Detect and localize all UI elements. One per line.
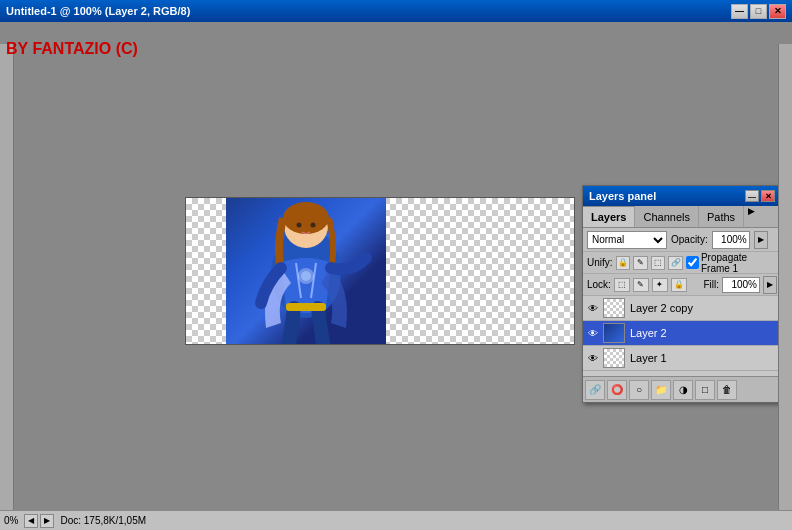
window-controls: — □ ✕ xyxy=(731,4,786,19)
fill-input[interactable] xyxy=(722,277,760,293)
panel-bottom-toolbar: 🔗 ⭕ ○ 📁 ◑ □ 🗑 xyxy=(583,376,781,402)
scroll-right-btn[interactable]: ▶ xyxy=(40,514,54,528)
unify-icon-4[interactable]: 🔗 xyxy=(668,256,683,270)
svg-rect-5 xyxy=(286,303,326,311)
layer-item-layer2copy[interactable]: 👁 Layer 2 copy xyxy=(583,296,781,321)
layer-thumb-layer2 xyxy=(603,323,625,343)
window-title: Untitled-1 @ 100% (Layer 2, RGB/8) xyxy=(6,5,190,17)
opacity-label: Opacity: xyxy=(671,234,708,245)
lock-icon-1[interactable]: ⬚ xyxy=(614,278,630,292)
doc-info: Doc: 175,8K/1,05M xyxy=(60,515,146,526)
blend-opacity-row: Normal Multiply Screen Opacity: ▶ xyxy=(583,228,781,252)
new-adjustment-icon[interactable]: ◑ xyxy=(673,380,693,400)
svg-point-7 xyxy=(301,271,311,281)
delete-layer-icon[interactable]: 🗑 xyxy=(717,380,737,400)
title-bar: Untitled-1 @ 100% (Layer 2, RGB/8) — □ ✕ xyxy=(0,0,792,22)
unify-icon-2[interactable]: ✎ xyxy=(633,256,648,270)
character-illustration xyxy=(226,197,386,345)
layer-item-layer2[interactable]: 👁 Layer 2 xyxy=(583,321,781,346)
scroll-left-btn[interactable]: ◀ xyxy=(24,514,38,528)
lock-icon-3[interactable]: ✦ xyxy=(652,278,668,292)
propagate-check: Propagate Frame 1 xyxy=(686,252,777,274)
svg-point-3 xyxy=(297,223,302,228)
propagate-label: Propagate Frame 1 xyxy=(701,252,777,274)
layers-panel-title-text: Layers panel xyxy=(589,190,656,202)
minimize-button[interactable]: — xyxy=(731,4,748,19)
lock-icon-4[interactable]: 🔒 xyxy=(671,278,687,292)
add-mask-icon[interactable]: ○ xyxy=(629,380,649,400)
unify-icon-3[interactable]: ⬚ xyxy=(651,256,666,270)
panel-tabs: Layers Channels Paths ▶ xyxy=(583,206,781,228)
lock-icon-2[interactable]: ✎ xyxy=(633,278,649,292)
layer-item-layer1[interactable]: 👁 Layer 1 xyxy=(583,346,781,371)
propagate-checkbox[interactable] xyxy=(686,256,699,269)
fill-label: Fill: xyxy=(703,279,719,290)
left-toolbar xyxy=(0,44,14,530)
fill-arrow[interactable]: ▶ xyxy=(763,276,777,294)
layer-name-layer2: Layer 2 xyxy=(627,327,667,339)
add-style-icon[interactable]: ⭕ xyxy=(607,380,627,400)
svg-point-4 xyxy=(311,223,316,228)
panel-close-btn[interactable]: ✕ xyxy=(761,190,775,202)
link-layers-icon[interactable]: 🔗 xyxy=(585,380,605,400)
blend-mode-select[interactable]: Normal Multiply Screen xyxy=(587,231,667,249)
canvas-area: BY FANTAZIO (C) xyxy=(0,22,792,509)
unify-icon-1[interactable]: 🔒 xyxy=(616,256,631,270)
close-button[interactable]: ✕ xyxy=(769,4,786,19)
layer-eye-layer2[interactable]: 👁 xyxy=(585,325,601,341)
layers-list: 👁 Layer 2 copy 👁 Layer 2 👁 xyxy=(583,296,781,376)
layer-name-layer1: Layer 1 xyxy=(627,352,667,364)
new-group-icon[interactable]: 📁 xyxy=(651,380,671,400)
layer-eye-layer1[interactable]: 👁 xyxy=(585,350,601,366)
panel-minimize-btn[interactable]: — xyxy=(745,190,759,202)
layer-name-layer2copy: Layer 2 copy xyxy=(627,302,693,314)
panel-title-buttons: — ✕ xyxy=(745,190,775,202)
unify-label: Unify: xyxy=(587,257,613,268)
lock-row: Lock: ⬚ ✎ ✦ 🔒 Fill: ▶ xyxy=(583,274,781,296)
new-layer-icon[interactable]: □ xyxy=(695,380,715,400)
lock-label: Lock: xyxy=(587,279,611,290)
tab-channels[interactable]: Channels xyxy=(635,206,698,227)
layer-thumb-layer1 xyxy=(603,348,625,368)
right-scrollbar[interactable] xyxy=(778,44,792,511)
tab-layers[interactable]: Layers xyxy=(583,206,635,227)
tabs-arrow[interactable]: ▶ xyxy=(748,206,755,227)
zoom-level: 0% xyxy=(4,515,18,526)
watermark-text: BY FANTAZIO (C) xyxy=(6,40,138,58)
maximize-button[interactable]: □ xyxy=(750,4,767,19)
opacity-input[interactable] xyxy=(712,231,750,249)
layer-eye-layer2copy[interactable]: 👁 xyxy=(585,300,601,316)
layers-panel-titlebar: Layers panel — ✕ xyxy=(583,186,781,206)
status-bar: 0% ◀ ▶ Doc: 175,8K/1,05M xyxy=(0,510,792,530)
status-nav-arrows: ◀ ▶ xyxy=(24,514,54,528)
image-canvas xyxy=(185,197,575,345)
unify-row: Unify: 🔒 ✎ ⬚ 🔗 Propagate Frame 1 xyxy=(583,252,781,274)
layers-panel: Layers panel — ✕ Layers Channels Paths ▶… xyxy=(582,185,782,403)
opacity-arrow[interactable]: ▶ xyxy=(754,231,768,249)
svg-point-2 xyxy=(283,202,329,234)
tab-paths[interactable]: Paths xyxy=(699,206,744,227)
layer-thumb-layer2copy xyxy=(603,298,625,318)
